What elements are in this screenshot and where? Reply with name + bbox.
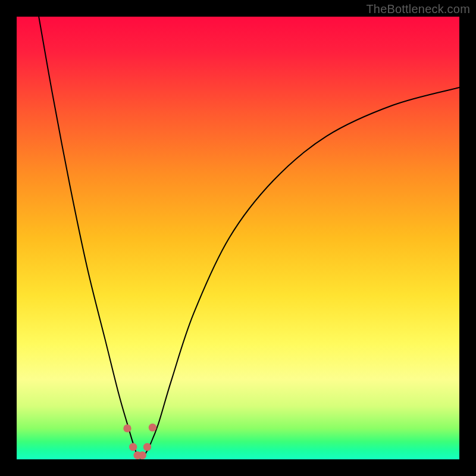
- bottleneck-curve: [39, 17, 459, 459]
- curve-layer: [17, 17, 459, 459]
- watermark-text: TheBottleneck.com: [366, 2, 470, 16]
- plot-area: [17, 17, 459, 459]
- valley-dot: [143, 443, 151, 450]
- valley-dot: [149, 424, 156, 431]
- chart-frame: TheBottleneck.com: [0, 0, 476, 476]
- valley-dot: [123, 424, 131, 432]
- valley-dot: [129, 443, 137, 450]
- valley-dot: [139, 452, 146, 459]
